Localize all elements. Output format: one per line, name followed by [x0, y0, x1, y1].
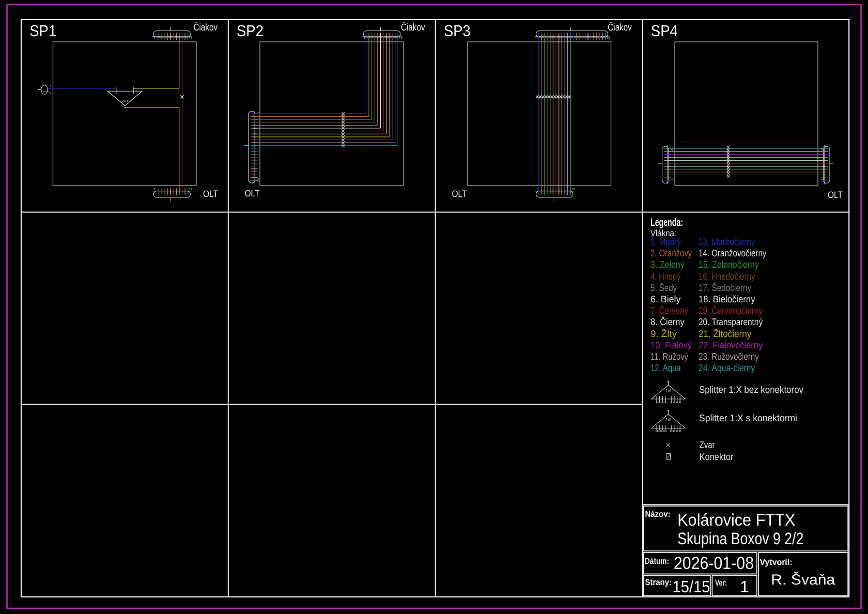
svg-text:12. Aqua: 12. Aqua	[650, 362, 681, 373]
svg-text:Strany:: Strany:	[645, 578, 672, 587]
svg-text:22. Fialovočierny: 22. Fialovočierny	[699, 340, 763, 350]
svg-text:1x8: 1x8	[666, 417, 671, 422]
svg-text:OLT: OLT	[452, 189, 467, 199]
svg-text:SP3: SP3	[444, 22, 471, 40]
svg-text:19. Červenočierny: 19. Červenočierny	[699, 305, 763, 316]
svg-text:10. Fialový: 10. Fialový	[650, 340, 692, 350]
svg-text:8. Čierny: 8. Čierny	[650, 316, 685, 327]
svg-text:23. Ružovočierny: 23. Ružovočierny	[699, 351, 759, 362]
svg-text:Názov:: Názov:	[645, 510, 671, 519]
svg-text:R. Švaňa: R. Švaňa	[771, 572, 835, 588]
svg-text:Čiakov: Čiakov	[194, 22, 218, 33]
svg-text:12: 12	[189, 37, 193, 40]
svg-text:24: 24	[256, 178, 259, 182]
svg-text:12: 12	[820, 147, 824, 151]
svg-text:Zvar: Zvar	[700, 439, 715, 450]
svg-text:Splitter 1:X s konektormi: Splitter 1:X s konektormi	[699, 412, 797, 423]
svg-text:14. Oranžovočierny: 14. Oranžovočierny	[699, 248, 767, 258]
svg-text:OLT: OLT	[828, 190, 843, 200]
svg-text:12: 12	[571, 188, 575, 191]
svg-text:Legenda:: Legenda:	[650, 217, 683, 228]
svg-text:24. Aqua-čierny: 24. Aqua-čierny	[699, 362, 755, 373]
svg-text:21. Žltočierny: 21. Žltočierny	[699, 328, 752, 339]
svg-text:20. Transparentný: 20. Transparentný	[699, 316, 763, 327]
svg-text:2. Oranžový: 2. Oranžový	[650, 248, 692, 258]
svg-text:1: 1	[740, 577, 749, 596]
svg-text:2: 2	[50, 92, 52, 95]
svg-text:Konektor: Konektor	[700, 451, 734, 462]
svg-text:24: 24	[607, 37, 610, 40]
svg-text:Splitter 1:X bez konektorov: Splitter 1:X bez konektorov	[699, 384, 804, 395]
svg-text:5. Šedý: 5. Šedý	[650, 282, 677, 293]
svg-text:SP1: SP1	[29, 22, 56, 40]
svg-text:OLT: OLT	[203, 189, 218, 199]
svg-text:Ver:: Ver:	[715, 578, 727, 588]
svg-text:16. Hnedočierny: 16. Hnedočierny	[699, 271, 755, 282]
svg-text:SP2: SP2	[237, 22, 264, 40]
svg-text:17. Šedočierny: 17. Šedočierny	[699, 282, 752, 293]
svg-text:6. Biely: 6. Biely	[650, 294, 681, 304]
svg-text:OLT: OLT	[245, 188, 260, 198]
svg-text:Čiakov: Čiakov	[401, 22, 425, 33]
svg-text:4. Hnedý: 4. Hnedý	[650, 271, 681, 282]
svg-text:12: 12	[189, 188, 193, 191]
svg-text:12: 12	[670, 147, 673, 151]
svg-text:1. Modrý: 1. Modrý	[650, 236, 681, 247]
svg-text:18. Bieločierny: 18. Bieločierny	[699, 294, 755, 304]
svg-text:Dátum:: Dátum:	[645, 557, 669, 566]
svg-text:Skupina Boxov 9 2/2: Skupina Boxov 9 2/2	[677, 529, 803, 548]
svg-text:9. Žltý: 9. Žltý	[650, 328, 677, 339]
svg-text:SP4: SP4	[651, 22, 678, 40]
svg-text:2026-01-08: 2026-01-08	[674, 554, 754, 573]
svg-text:15. Zelenočierny: 15. Zelenočierny	[699, 259, 759, 270]
svg-text:3. Zelený: 3. Zelený	[650, 259, 685, 270]
svg-text:7. Červený: 7. Červený	[650, 305, 689, 316]
svg-text:2X1: 2X1	[122, 100, 129, 103]
svg-text:1x8: 1x8	[666, 388, 671, 393]
svg-text:Vytvoril:: Vytvoril:	[760, 558, 793, 567]
svg-text:13. Modročierny: 13. Modročierny	[699, 236, 755, 247]
svg-text:15/15: 15/15	[673, 577, 710, 596]
svg-text:1: 1	[50, 85, 52, 88]
svg-text:Kolárovice FTTX: Kolárovice FTTX	[677, 511, 795, 529]
svg-text:Čiakov: Čiakov	[608, 22, 632, 33]
svg-text:11. Ružový: 11. Ružový	[650, 351, 689, 362]
svg-text:12: 12	[399, 37, 402, 40]
